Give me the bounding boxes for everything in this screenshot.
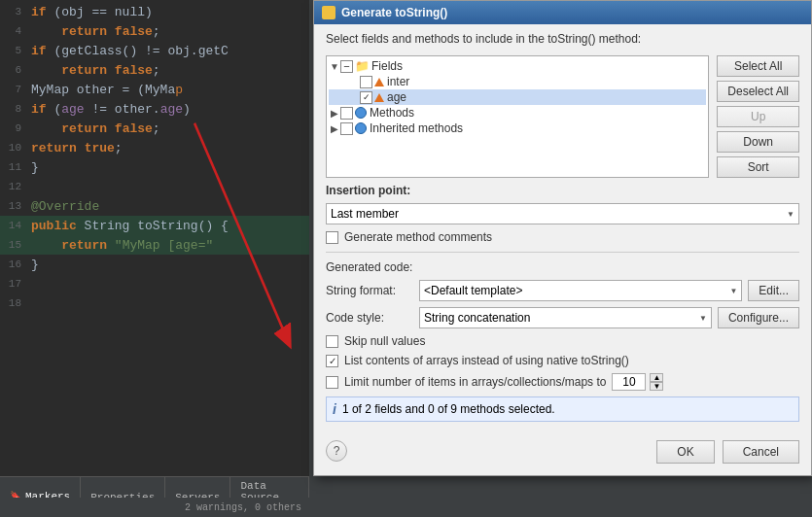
tree-item-inherited[interactable]: ▶ Inherited methods (329, 121, 706, 136)
tree-action-buttons: Select All Deselect All Up Down Sort (717, 55, 799, 178)
status-text: 2 warnings, 0 others (185, 502, 301, 513)
generate-comments-checkbox[interactable] (326, 231, 338, 244)
dialog-description: Select fields and methods to include in … (326, 32, 799, 46)
fields-tree[interactable]: ▼ 📁 Fields inter (326, 55, 709, 178)
code-style-row: Code style: String concatenation ▼ Confi… (326, 307, 799, 328)
code-line: 16 } (0, 255, 309, 274)
code-line: 14 public String toString() { (0, 216, 309, 235)
configure-button[interactable]: Configure... (718, 307, 799, 328)
limit-items-checkbox[interactable] (326, 376, 338, 389)
up-button[interactable]: Up (717, 106, 799, 127)
info-bar: i 1 of 2 fields and 0 of 9 methods selec… (326, 396, 799, 422)
dialog-title-bar: Generate toString() (314, 1, 811, 24)
code-line: 8 if (age != other.age) (0, 99, 309, 119)
tree-item-methods[interactable]: ▶ Methods (329, 105, 706, 121)
code-line: 7 MyMap other = (MyMap (0, 80, 309, 99)
spinner-up-button[interactable]: ▲ (650, 373, 663, 382)
down-button[interactable]: Down (717, 131, 799, 153)
spinner-buttons: ▲ ▼ (650, 373, 663, 391)
expand-icon[interactable]: ▼ (329, 61, 340, 72)
tree-item-inter[interactable]: inter (329, 74, 706, 89)
string-format-label: String format: (326, 284, 413, 297)
tree-section: ▼ 📁 Fields inter (326, 55, 799, 178)
select-all-button[interactable]: Select All (717, 55, 799, 77)
sort-button[interactable]: Sort (717, 156, 799, 178)
inherited-label: Inherited methods (370, 121, 463, 135)
edit-button[interactable]: Edit... (748, 280, 799, 301)
string-format-combo[interactable]: <Default template> ▼ (419, 280, 742, 301)
code-line: 9 return false; (0, 119, 309, 138)
generate-comments-label: Generate method comments (344, 230, 492, 244)
inter-label: inter (387, 75, 409, 88)
inherited-checkbox[interactable] (340, 122, 353, 135)
code-line: 3 if (obj == null) (0, 2, 309, 21)
skip-null-checkbox[interactable] (326, 335, 338, 348)
code-panel: 3 if (obj == null) 4 return false; 5 if … (0, 0, 309, 517)
skip-null-label: Skip null values (344, 334, 425, 348)
code-style-combo[interactable]: String concatenation ▼ (419, 307, 712, 328)
string-format-row: String format: <Default template> ▼ Edit… (326, 280, 799, 301)
help-button[interactable]: ? (326, 440, 347, 462)
divider (326, 252, 799, 253)
generate-comments-row: Generate method comments (326, 230, 799, 244)
folder-icon: 📁 (355, 59, 369, 73)
inter-checkbox[interactable] (360, 76, 372, 88)
dialog-body: Select fields and methods to include in … (314, 24, 811, 471)
methods-expand[interactable]: ▶ (329, 108, 340, 119)
code-line: 10 return true; (0, 138, 309, 157)
inherited-circle-icon (355, 122, 367, 134)
info-icon: i (333, 401, 336, 417)
limit-items-label: Limit number of items in arrays/collecti… (344, 375, 606, 389)
tree-item-age[interactable]: age (329, 89, 706, 105)
list-contents-label: List contents of arrays instead of using… (344, 354, 629, 367)
fields-label: Fields (371, 59, 403, 73)
skip-null-row: Skip null values (326, 334, 799, 348)
fields-checkbox[interactable] (340, 60, 353, 73)
methods-checkbox[interactable] (340, 107, 353, 120)
code-line: 4 return false; (0, 21, 309, 41)
generated-code-label: Generated code: (326, 260, 799, 274)
insertion-point-combo[interactable]: Last member ▼ (326, 203, 799, 224)
code-line: 6 return false; (0, 60, 309, 80)
code-line: 13 @Override (0, 196, 309, 216)
dialog-title-icon (322, 6, 335, 19)
limit-items-row: Limit number of items in arrays/collecti… (326, 373, 799, 391)
string-format-arrow: ▼ (729, 287, 737, 295)
list-contents-checkbox[interactable] (326, 355, 338, 367)
code-line: 15 return "MyMap [age=" (0, 235, 309, 255)
field-triangle-icon (374, 78, 384, 86)
age-checkbox[interactable] (360, 91, 372, 104)
tree-item-fields[interactable]: ▼ 📁 Fields (329, 58, 706, 74)
spinner-row: ▲ ▼ (612, 373, 663, 391)
insertion-combo-arrow: ▼ (787, 210, 794, 219)
form-section: Insertion point: Last member ▼ Generate … (326, 184, 799, 391)
age-label: age (387, 90, 406, 104)
field-triangle-icon2 (374, 93, 384, 102)
code-style-label: Code style: (326, 311, 413, 325)
code-line: 18 (0, 293, 309, 313)
ok-button[interactable]: OK (656, 440, 714, 464)
code-line: 17 (0, 274, 309, 293)
code-line: 5 if (getClass() != obj.getC (0, 41, 309, 60)
dialog-footer: ? OK Cancel (326, 436, 799, 464)
methods-label: Methods (370, 106, 414, 120)
generate-tostring-dialog: Generate toString() Select fields and me… (313, 0, 812, 476)
list-contents-row: List contents of arrays instead of using… (326, 354, 799, 367)
info-text: 1 of 2 fields and 0 of 9 methods selecte… (342, 402, 555, 416)
code-line: 11 } (0, 157, 309, 177)
limit-spinner-input[interactable] (612, 373, 646, 391)
code-style-arrow: ▼ (699, 314, 707, 323)
spinner-down-button[interactable]: ▼ (650, 382, 663, 391)
insertion-point-label: Insertion point: (326, 184, 410, 197)
dialog-title: Generate toString() (341, 6, 447, 19)
code-line: 12 (0, 177, 309, 196)
cancel-button[interactable]: Cancel (723, 440, 799, 464)
method-circle-icon (355, 107, 367, 119)
deselect-all-button[interactable]: Deselect All (717, 81, 799, 102)
inherited-expand[interactable]: ▶ (329, 123, 340, 134)
insertion-point-row: Insertion point: (326, 184, 799, 197)
